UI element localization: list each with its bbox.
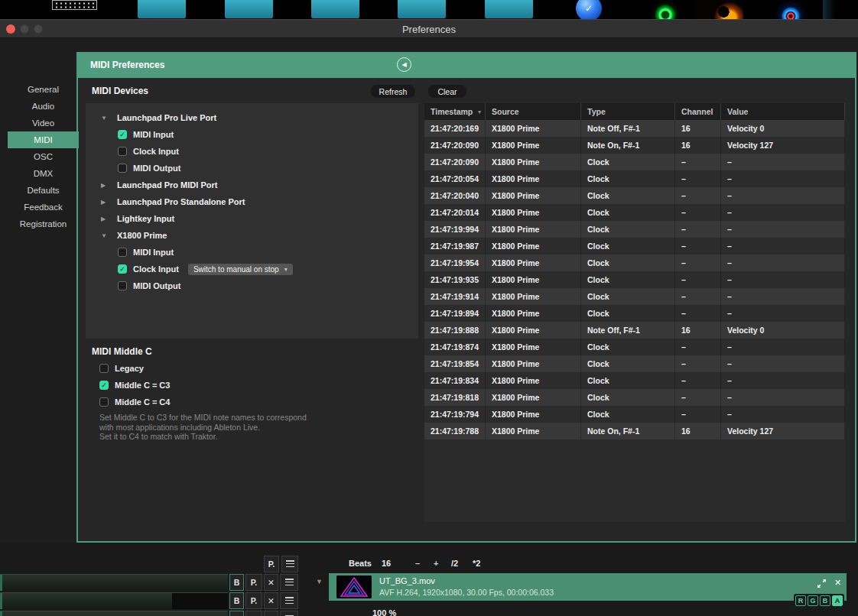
sidebar-item-osc[interactable]: OSC xyxy=(8,148,79,165)
layer-x-button[interactable]: ✕ xyxy=(264,574,278,591)
disclosure-triangle-icon[interactable]: ▶ xyxy=(101,216,117,222)
beats-decrement-button[interactable]: – xyxy=(415,559,420,568)
table-row[interactable]: 21:47:20:169X1800 PrimeNote Off, F#-116V… xyxy=(424,120,845,137)
layer-fader[interactable] xyxy=(0,574,228,591)
device-group-row[interactable]: ▶Launchpad Pro Standalone Port xyxy=(86,193,418,210)
clip-thumbnail-partial[interactable] xyxy=(823,0,858,19)
checkbox[interactable] xyxy=(118,164,127,173)
table-row[interactable]: 21:47:19:788X1800 PrimeNote On, F#-116Ve… xyxy=(424,423,845,439)
table-row[interactable]: 21:47:19:854X1800 PrimeClock–– xyxy=(424,355,845,372)
table-row[interactable]: 21:47:19:874X1800 PrimeClock–– xyxy=(424,339,845,355)
clip-close-button[interactable]: ✕ xyxy=(834,578,841,588)
disclosure-triangle-icon[interactable]: ▶ xyxy=(101,182,117,189)
sidebar-item-registration[interactable]: Registration xyxy=(8,216,79,232)
table-row[interactable]: 21:47:19:894X1800 PrimeClock–– xyxy=(424,305,845,322)
table-row[interactable]: 21:47:20:014X1800 PrimeClock–– xyxy=(424,204,845,221)
table-row[interactable]: 21:47:19:888X1800 PrimeNote Off, F#-116V… xyxy=(424,322,845,339)
blue-badge-icon[interactable]: ✓ xyxy=(576,0,602,21)
table-cell: – xyxy=(721,406,845,423)
clip-info-bar[interactable]: UT_BG_3.mov AVF H.264, 1920x1080, 30.00 … xyxy=(329,573,847,601)
back-button[interactable]: ◀ xyxy=(397,57,411,72)
layer-fader[interactable] xyxy=(0,611,228,616)
column-header-channel[interactable]: Channel xyxy=(675,103,721,120)
table-row[interactable]: 21:47:19:834X1800 PrimeClock–– xyxy=(424,372,845,389)
checkbox[interactable]: ✓ xyxy=(118,130,127,139)
disclosure-triangle-icon[interactable]: ▼ xyxy=(101,115,117,122)
clip-preview-thumbnail[interactable] xyxy=(336,575,372,598)
device-group-row[interactable]: ▼Launchpad Pro Live Port xyxy=(86,109,418,126)
column-header-type[interactable]: Type xyxy=(581,103,675,120)
clip-thumbnail-teal-1[interactable] xyxy=(138,0,186,18)
layer-menu-button[interactable] xyxy=(280,574,298,591)
table-row[interactable]: 21:47:20:054X1800 PrimeClock–– xyxy=(424,170,845,187)
sidebar-item-defaults[interactable]: Defaults xyxy=(8,182,79,199)
device-group-row[interactable]: ▼X1800 Prime xyxy=(86,227,418,244)
channel-g-button[interactable]: G xyxy=(808,595,818,606)
table-row[interactable]: 21:47:19:914X1800 PrimeClock–– xyxy=(424,288,845,305)
layer-x-button[interactable]: ✕ xyxy=(264,611,278,616)
layer-bypass-button[interactable]: B xyxy=(229,574,244,591)
column-header-source[interactable]: Source xyxy=(486,103,581,120)
beats-half-button[interactable]: /2 xyxy=(451,559,458,568)
table-row[interactable]: 21:47:19:994X1800 PrimeClock–– xyxy=(424,221,845,238)
clip-thumbnail-teal-5[interactable] xyxy=(485,0,533,18)
layer-fader[interactable] xyxy=(0,592,228,609)
layer-x-button[interactable]: ✕ xyxy=(264,592,278,609)
clip-thumbnail-blue-ring[interactable] xyxy=(766,0,815,19)
channel-r-button[interactable]: R xyxy=(795,595,806,606)
table-row[interactable]: 21:47:19:818X1800 PrimeClock–– xyxy=(424,389,845,406)
clip-thumbnail-teal-2[interactable] xyxy=(225,0,273,18)
table-row[interactable]: 21:47:20:090X1800 PrimeClock–– xyxy=(424,154,845,170)
checkbox[interactable]: ✓ xyxy=(99,381,109,390)
disclosure-triangle-icon[interactable]: ▶ xyxy=(101,199,117,206)
sidebar-item-general[interactable]: General xyxy=(8,81,79,98)
layer-p-button[interactable]: P. xyxy=(264,556,279,572)
refresh-button[interactable]: Refresh xyxy=(371,85,415,98)
column-header-value[interactable]: Value xyxy=(721,103,845,120)
layer-p-button[interactable]: P. xyxy=(245,574,262,591)
table-row[interactable]: 21:47:19:987X1800 PrimeClock–– xyxy=(424,238,845,255)
beats-double-button[interactable]: *2 xyxy=(473,559,480,568)
layer-menu-button[interactable] xyxy=(281,556,298,572)
checkbox[interactable] xyxy=(99,364,109,373)
table-row[interactable]: 21:47:19:794X1800 PrimeClock–– xyxy=(424,406,845,423)
clock-input-mode-dropdown[interactable]: Switch to manual on stop▾ xyxy=(188,264,293,275)
column-header-timestamp[interactable]: Timestamp ▾ xyxy=(424,103,486,120)
beats-value[interactable]: 16 xyxy=(382,559,391,568)
layer-p-button[interactable]: P. xyxy=(245,592,262,609)
checkbox[interactable] xyxy=(118,248,127,257)
sidebar-item-feedback[interactable]: Feedback xyxy=(8,199,79,216)
device-group-row[interactable]: ▶Lightkey Input xyxy=(86,210,418,227)
clip-thumbnail-green-ring[interactable] xyxy=(641,0,690,19)
checkbox[interactable]: ✓ xyxy=(118,264,127,274)
device-option-label: MIDI Input xyxy=(133,248,174,257)
sidebar-item-midi[interactable]: MIDI xyxy=(8,131,79,148)
layer-p-button[interactable]: P. xyxy=(245,611,262,616)
layer-bypass-button[interactable]: B xyxy=(229,611,244,616)
clip-thumbnail-teal-3[interactable] xyxy=(311,0,359,18)
disclosure-triangle-icon[interactable]: ▼ xyxy=(101,232,117,239)
layer-menu-button[interactable] xyxy=(280,611,298,616)
layer-menu-button[interactable] xyxy=(280,592,298,609)
channel-a-button[interactable]: A xyxy=(832,595,843,606)
sidebar-item-dmx[interactable]: DMX xyxy=(8,165,79,182)
sidebar-item-video[interactable]: Video xyxy=(8,115,79,131)
layer-bypass-button[interactable]: B xyxy=(229,592,244,609)
clip-thumbnail-teal-4[interactable] xyxy=(398,0,446,18)
beats-increment-button[interactable]: + xyxy=(434,559,438,568)
clip-expand-button[interactable] xyxy=(817,578,827,592)
checkbox[interactable] xyxy=(118,281,127,290)
device-group-row[interactable]: ▶Launchpad Pro MIDI Port xyxy=(86,177,418,193)
collapse-triangle-icon[interactable]: ▼ xyxy=(316,578,323,585)
checkbox[interactable] xyxy=(118,147,127,156)
table-row[interactable]: 21:47:19:954X1800 PrimeClock–– xyxy=(424,255,845,271)
checkbox[interactable] xyxy=(99,397,109,407)
table-row[interactable]: 21:47:20:090X1800 PrimeNote On, F#-116Ve… xyxy=(424,137,845,154)
clip-thumbnail-led-grid[interactable] xyxy=(52,0,97,10)
clip-thumbnail-orange-crescent[interactable] xyxy=(694,0,743,19)
channel-b-button[interactable]: B xyxy=(820,595,830,606)
clear-button[interactable]: Clear xyxy=(428,85,466,98)
table-row[interactable]: 21:47:20:040X1800 PrimeClock–– xyxy=(424,187,845,204)
table-row[interactable]: 21:47:19:935X1800 PrimeClock–– xyxy=(424,271,845,288)
sidebar-item-audio[interactable]: Audio xyxy=(8,98,79,115)
